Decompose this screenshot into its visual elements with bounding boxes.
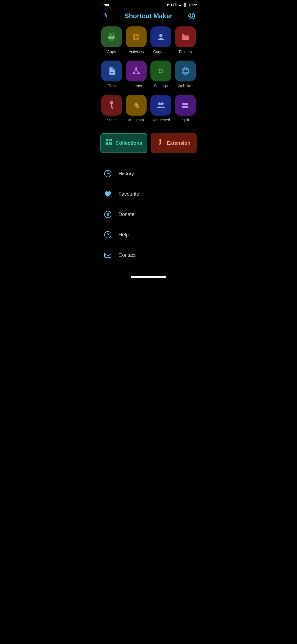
svg-point-37 <box>136 106 139 108</box>
settings-icon <box>150 61 171 81</box>
svg-rect-48 <box>106 144 108 145</box>
grid-item-split[interactable]: Split <box>174 95 196 122</box>
grid-item-files[interactable]: Files <box>101 61 123 88</box>
favourite-icon <box>103 189 113 199</box>
history-label: History <box>119 171 134 177</box>
grid-row-2: Files Intents <box>99 61 198 88</box>
battery-icon: 🔋 <box>183 3 187 7</box>
collections-button[interactable]: Collections <box>100 133 147 153</box>
grid-item-apps[interactable]: Apps <box>101 26 123 54</box>
svg-line-28 <box>136 70 138 72</box>
signal-icon: ▲ <box>178 3 182 7</box>
menu-item-favourite[interactable]: Favourite <box>100 184 197 204</box>
requested-icon <box>150 95 171 116</box>
donate-label: Donate <box>119 212 134 217</box>
custom-label: #Custom <box>128 118 144 122</box>
custom-icon <box>126 95 147 116</box>
requested-label: Requested <box>152 118 170 122</box>
svg-rect-47 <box>111 142 112 144</box>
app-title: Shortcut Maker <box>110 12 187 20</box>
grid-item-intents[interactable]: Intents <box>125 61 147 88</box>
badge-icon[interactable]: ! <box>100 11 110 21</box>
svg-point-21 <box>159 34 163 37</box>
collections-icon <box>106 139 113 148</box>
static-icon <box>101 95 122 116</box>
menu-item-contact[interactable]: Contact <box>100 245 197 265</box>
contact-label: Contact <box>119 252 136 258</box>
contacts-label: Contacts <box>153 50 168 54</box>
intents-label: Intents <box>130 84 142 88</box>
svg-rect-40 <box>182 103 188 105</box>
svg-rect-13 <box>110 39 111 41</box>
grid-item-requested[interactable]: Requested <box>150 95 172 122</box>
svg-rect-49 <box>109 144 111 145</box>
svg-line-15 <box>109 33 110 34</box>
grid-item-websites[interactable]: Websites <box>174 61 196 88</box>
static-label: Static <box>107 118 116 122</box>
contacts-icon <box>150 26 171 47</box>
menu-list: History Favourite $ Donate ? Help <box>95 161 202 274</box>
svg-point-18 <box>112 37 113 37</box>
grid-item-static[interactable]: Static <box>101 95 123 122</box>
grid-item-contacts[interactable]: Contacts <box>150 26 172 54</box>
svg-rect-10 <box>109 36 114 39</box>
intents-icon <box>126 61 147 81</box>
menu-item-help[interactable]: ? Help <box>100 225 197 245</box>
extension-label: Extension <box>167 140 190 146</box>
split-icon <box>175 95 196 116</box>
favourite-label: Favourite <box>119 191 139 197</box>
shortcut-grid: Apps Activities Contacts <box>95 26 202 122</box>
status-bar: 11:00 ▼ LTE ▲ 🔋 100% <box>95 0 202 9</box>
status-time: 11:00 <box>100 3 109 7</box>
collections-label: Collections <box>116 140 142 146</box>
grid-item-custom[interactable]: #Custom <box>125 95 147 122</box>
settings-label: Settings <box>154 84 168 88</box>
svg-point-5 <box>189 16 191 17</box>
history-icon <box>103 168 113 179</box>
help-label: Help <box>119 232 129 238</box>
folders-label: Folders <box>179 50 192 54</box>
split-label: Split <box>182 118 189 122</box>
svg-rect-11 <box>108 36 109 39</box>
svg-point-3 <box>190 14 191 16</box>
lte-label: LTE <box>171 3 177 7</box>
grid-item-activities[interactable]: Activities <box>125 26 147 54</box>
svg-line-16 <box>113 33 114 34</box>
svg-rect-44 <box>111 139 112 141</box>
svg-rect-23 <box>111 72 113 73</box>
svg-point-25 <box>133 72 135 74</box>
extension-button[interactable]: Extension <box>151 133 197 153</box>
websites-label: Websites <box>178 84 193 88</box>
menu-item-history[interactable]: History <box>100 163 197 184</box>
apps-icon <box>101 26 122 47</box>
svg-point-39 <box>161 102 164 105</box>
svg-rect-12 <box>114 36 115 39</box>
files-label: Files <box>108 84 116 88</box>
grid-row-1: Apps Activities Contacts <box>99 26 198 54</box>
svg-rect-45 <box>106 142 108 144</box>
grid-row-3: Static #Custom Requested <box>99 95 198 122</box>
palette-icon[interactable] <box>187 11 197 21</box>
grid-item-folders[interactable]: Folders <box>174 26 196 54</box>
websites-icon <box>175 61 196 81</box>
contact-icon <box>103 250 113 260</box>
action-buttons: Collections Extension <box>95 129 202 161</box>
svg-point-38 <box>158 102 161 105</box>
svg-text:!: ! <box>105 15 106 18</box>
svg-rect-22 <box>111 71 114 71</box>
menu-item-donate[interactable]: $ Donate <box>100 204 197 225</box>
app-header: ! Shortcut Maker <box>95 9 202 26</box>
extension-icon <box>157 139 164 148</box>
svg-rect-43 <box>109 139 111 141</box>
svg-rect-46 <box>109 142 111 144</box>
svg-point-4 <box>192 14 194 16</box>
wifi-icon: ▼ <box>166 3 170 7</box>
donate-icon: $ <box>103 209 113 220</box>
svg-point-7 <box>191 17 193 18</box>
home-indicator <box>131 276 166 278</box>
grid-item-settings[interactable]: Settings <box>150 61 172 88</box>
svg-point-24 <box>135 67 137 70</box>
svg-point-26 <box>138 72 140 74</box>
activities-label: Activities <box>129 50 144 54</box>
folders-icon <box>175 26 196 47</box>
